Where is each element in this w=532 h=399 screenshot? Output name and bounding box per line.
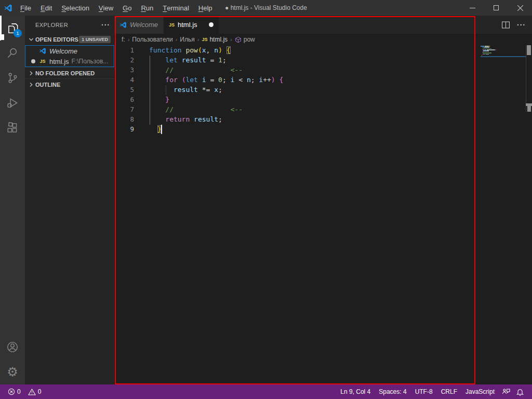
editor-name: html.js <box>49 58 69 65</box>
line-number: 4 <box>114 75 136 85</box>
menu-go[interactable]: Go <box>118 0 136 16</box>
line-content: let result = 1; <box>149 55 227 65</box>
minimize-button[interactable] <box>460 0 484 16</box>
open-editors-header[interactable]: OPEN EDITORS 1 UNSAVED <box>25 34 114 45</box>
code-line-6: 6 } <box>114 95 532 104</box>
open-editor-html.js[interactable]: JShtml.jsF:\Пользов... <box>25 56 114 66</box>
explorer-badge: 1 <box>14 29 22 37</box>
minimap-current-line <box>481 56 526 58</box>
breadcrumb-item[interactable]: Илья <box>180 36 194 43</box>
search-icon[interactable] <box>0 41 25 65</box>
dirty-indicator[interactable] <box>209 22 214 27</box>
code-line-7: 7 // <-- <box>114 104 532 114</box>
editor-group: WelcomeJShtml.js ··· f:›Пользователи›Иль… <box>114 16 532 384</box>
extensions-icon[interactable] <box>0 115 25 140</box>
code-line-8: 8 return result; <box>114 114 532 124</box>
code-line-4: 4 for (let i = 0; i < n; i++) { <box>114 75 532 85</box>
breadcrumb-item[interactable]: JShtml.js <box>202 36 228 43</box>
status-problems[interactable]: 00 <box>0 388 44 395</box>
status-right: Ln 9, Col 4Spaces: 4UTF-8CRLFJavaScript <box>336 388 532 396</box>
overview-ruler[interactable] <box>526 45 532 384</box>
activity-bar: 1 <box>0 16 25 384</box>
status-javascript[interactable]: JavaScript <box>461 388 499 395</box>
menu-run[interactable]: Run <box>136 0 158 16</box>
run-debug-icon[interactable] <box>0 90 25 115</box>
line-number: 2 <box>114 55 136 65</box>
chevron-right-icon <box>27 82 35 87</box>
breadcrumb-item[interactable]: f: <box>122 36 125 43</box>
maximize-button[interactable] <box>484 0 508 16</box>
split-editor-icon[interactable] <box>502 21 510 29</box>
no-folder-section[interactable]: NO FOLDER OPENED <box>25 67 114 78</box>
line-number: 5 <box>114 85 136 95</box>
sidebar-title: EXPLORER <box>35 22 68 28</box>
menu-selection[interactable]: Selection <box>57 0 94 16</box>
breadcrumb-item[interactable]: Пользователи <box>132 36 172 43</box>
tab-label: Welcome <box>130 21 158 29</box>
dirty-indicator <box>31 59 35 63</box>
white-artifact <box>0 34 4 40</box>
menu-bar: FileEditSelectionViewGoRunTerminalHelp <box>16 0 217 16</box>
chevron-right-icon: › <box>128 36 130 43</box>
breadcrumb-label: f: <box>122 36 125 43</box>
editor-more-actions-icon[interactable]: ··· <box>517 21 526 29</box>
error-count[interactable]: 0 <box>5 388 23 395</box>
code-line-3: 3 // <-- <box>114 65 532 75</box>
minimap-token <box>496 49 496 50</box>
menu-help[interactable]: Help <box>194 0 217 16</box>
vscode-window: FileEditSelectionViewGoRunTerminalHelp ●… <box>0 0 532 399</box>
code-editor[interactable]: 1function pow(x, n) {2 let result = 1;3 … <box>114 45 532 384</box>
status-spaces[interactable]: Spaces: 4 <box>375 388 410 395</box>
line-number: 1 <box>114 45 136 55</box>
line-content: for (let i = 0; i < n; i++) { <box>149 75 283 85</box>
status-crlf[interactable]: CRLF <box>437 388 461 395</box>
indent-guide <box>166 85 166 95</box>
explorer-sidebar: EXPLORER ··· OPEN EDITORS 1 UNSAVED Welc… <box>25 16 114 384</box>
no-folder-label: NO FOLDER OPENED <box>35 70 95 76</box>
breadcrumb-label: Илья <box>180 36 194 43</box>
settings-gear-icon[interactable]: ⚙ <box>0 360 25 384</box>
status-utf8[interactable]: UTF-8 <box>411 388 437 395</box>
overview-decoration <box>527 106 531 112</box>
chevron-right-icon: › <box>176 36 178 43</box>
window-controls <box>460 0 532 16</box>
warning-count[interactable]: 0 <box>25 388 44 395</box>
accounts-icon[interactable] <box>0 335 25 360</box>
line-number: 3 <box>114 65 136 75</box>
js-file-icon: JS <box>169 22 175 28</box>
breadcrumb-item[interactable]: pow <box>235 36 255 43</box>
minimap[interactable] <box>481 45 526 118</box>
tab-html.js[interactable]: JShtml.js <box>164 16 219 34</box>
menu-terminal[interactable]: Terminal <box>158 0 194 16</box>
sidebar-header: EXPLORER ··· <box>25 16 114 34</box>
breadcrumb: f:›Пользователи›Илья›JShtml.js›pow <box>114 34 532 45</box>
status-ln[interactable]: Ln 9, Col 4 <box>336 388 375 395</box>
chevron-right-icon: › <box>197 36 200 43</box>
menu-file[interactable]: File <box>16 0 36 16</box>
code-line-9: 9 } <box>114 124 532 134</box>
tab-welcome[interactable]: Welcome <box>114 16 164 34</box>
tab-label: html.js <box>178 21 197 29</box>
overview-ruler-line <box>526 45 526 112</box>
line-content: result *= x; <box>149 85 222 95</box>
close-button[interactable] <box>508 0 532 16</box>
title-bar: FileEditSelectionViewGoRunTerminalHelp ●… <box>0 0 532 16</box>
code-lines: 1function pow(x, n) {2 let result = 1;3 … <box>114 45 532 134</box>
line-content: } <box>149 95 169 104</box>
source-control-icon[interactable] <box>0 65 25 90</box>
line-content: return result; <box>149 114 222 124</box>
notifications-bell-icon[interactable] <box>513 388 527 396</box>
outline-section[interactable]: OUTLINE <box>25 78 114 90</box>
feedback-icon[interactable] <box>499 388 513 395</box>
sidebar-more-actions-icon[interactable]: ··· <box>101 21 110 29</box>
menu-edit[interactable]: Edit <box>36 0 57 16</box>
chevron-right-icon <box>27 71 35 76</box>
scrollbar-thumb[interactable] <box>527 45 531 55</box>
open-editor-welcome[interactable]: Welcome <box>25 46 114 56</box>
indent-guide-active <box>150 56 150 125</box>
line-number: 8 <box>114 114 136 124</box>
js-file-icon: JS <box>38 59 47 64</box>
line-number: 7 <box>114 104 136 114</box>
vscode-file-icon <box>38 47 47 55</box>
menu-view[interactable]: View <box>94 0 118 16</box>
